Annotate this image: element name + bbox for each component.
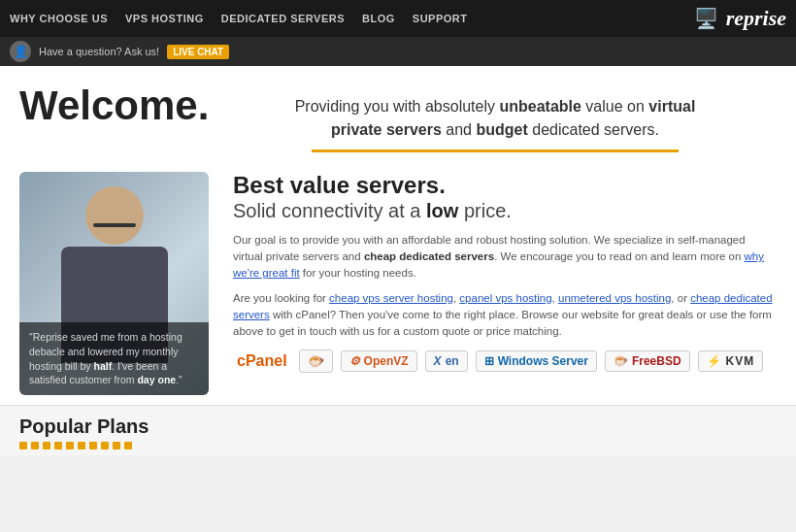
hero-divider — [312, 150, 679, 152]
nav-support[interactable]: SUPPORT — [413, 13, 468, 24]
nav-bar: WHY CHOOSE US VPS HOSTING DEDICATED SERV… — [0, 0, 796, 37]
live-chat-prompt: Have a question? Ask us! — [39, 46, 159, 57]
dot-4 — [54, 442, 62, 449]
dot-10 — [124, 442, 132, 449]
welcome-tagline: Providing you with absolutely unbeatable… — [233, 95, 757, 142]
kvm-logo: ⚡KVM — [698, 350, 764, 372]
photo-column: "Reprise saved me from a hosting debacle… — [19, 172, 214, 395]
nav-blog[interactable]: BLOG — [362, 13, 395, 24]
live-chat-bar: 👤 Have a question? Ask us! LIVE CHAT — [0, 37, 796, 66]
cpanel-logo: cPanel — [233, 350, 291, 372]
hero-section: Welcome. Providing you with absolutely u… — [0, 66, 796, 162]
dot-1 — [19, 442, 27, 449]
content-column: Best value servers. Solid connectivity a… — [233, 172, 777, 395]
freebsd-logo: 🐡 — [299, 349, 333, 373]
dot-7 — [89, 442, 97, 449]
openvz-icon: ⚙ — [349, 354, 360, 368]
logo-area: 🖥️ reprise — [694, 6, 786, 31]
dot-3 — [43, 442, 50, 449]
cheap-vps-link[interactable]: cheap vps server hosting — [329, 292, 453, 304]
testimonial-text: "Reprise saved me from a hosting debacle… — [29, 331, 182, 385]
live-chat-badge[interactable]: LIVE CHAT — [167, 45, 229, 59]
dot-5 — [66, 442, 74, 449]
openvz-logo: ⚙ OpenVZ — [341, 350, 417, 372]
kvm-icon: ⚡ — [707, 354, 722, 368]
content-title: Best value servers. — [233, 172, 777, 200]
nav-links: WHY CHOOSE US VPS HOSTING DEDICATED SERV… — [10, 13, 467, 24]
popular-plans-section: Popular Plans — [0, 405, 796, 455]
nav-vps-hosting[interactable]: VPS HOSTING — [125, 13, 204, 24]
freebsd-label-logo: 🐡 FreeBSD — [605, 350, 690, 372]
avatar-icon: 👤 — [10, 41, 31, 62]
popular-plans-title: Popular Plans — [19, 416, 777, 438]
xen-icon: X — [434, 354, 442, 368]
nav-why-choose-us[interactable]: WHY CHOOSE US — [10, 13, 108, 24]
welcome-right: Providing you with absolutely unbeatable… — [214, 85, 777, 152]
freebsd-text-icon: 🐡 — [614, 354, 628, 368]
dot-2 — [31, 442, 39, 449]
windows-server-logo: ⊞ Windows Server — [476, 350, 597, 372]
freebsd-icon: 🐡 — [308, 353, 324, 369]
content-body-1: Our goal is to provide you with an affor… — [233, 232, 777, 283]
popular-plans-dots — [19, 442, 777, 449]
welcome-left: Welcome. — [19, 85, 214, 126]
great-fit-link[interactable]: why we're great fit — [233, 250, 764, 279]
main-content: "Reprise saved me from a hosting debacle… — [0, 162, 796, 405]
windows-server-label: Windows Server — [498, 354, 588, 368]
cpanel-vps-link[interactable]: cpanel vps hosting — [459, 292, 551, 304]
content-subtitle: Solid connectivity at a low price. — [233, 200, 777, 222]
dot-6 — [78, 442, 85, 449]
windows-icon: ⊞ — [484, 354, 494, 368]
dot-8 — [101, 442, 109, 449]
logo-icon: 🖥️ — [694, 7, 718, 30]
unmetered-vps-link[interactable]: unmetered vps hosting — [558, 292, 671, 304]
xen-logo: Xen — [425, 350, 468, 372]
welcome-heading: Welcome. — [19, 85, 209, 126]
person-head — [85, 186, 144, 245]
dot-9 — [113, 442, 120, 449]
logo-text: reprise — [726, 6, 786, 31]
testimonial-overlay: "Reprise saved me from a hosting debacle… — [19, 322, 209, 395]
testimonial-photo: "Reprise saved me from a hosting debacle… — [19, 172, 209, 395]
content-body-2: Are you looking for cheap vps server hos… — [233, 290, 777, 341]
nav-dedicated-servers[interactable]: DEDICATED SERVERS — [221, 13, 345, 24]
tech-logos: cPanel 🐡 ⚙ OpenVZ Xen ⊞ Windows Server 🐡… — [233, 349, 777, 373]
